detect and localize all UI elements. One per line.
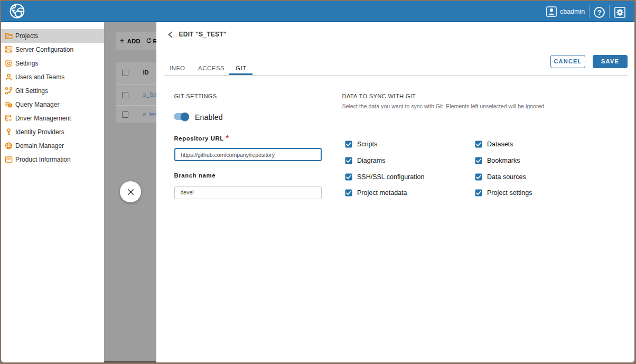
- svg-text:?: ?: [597, 8, 601, 16]
